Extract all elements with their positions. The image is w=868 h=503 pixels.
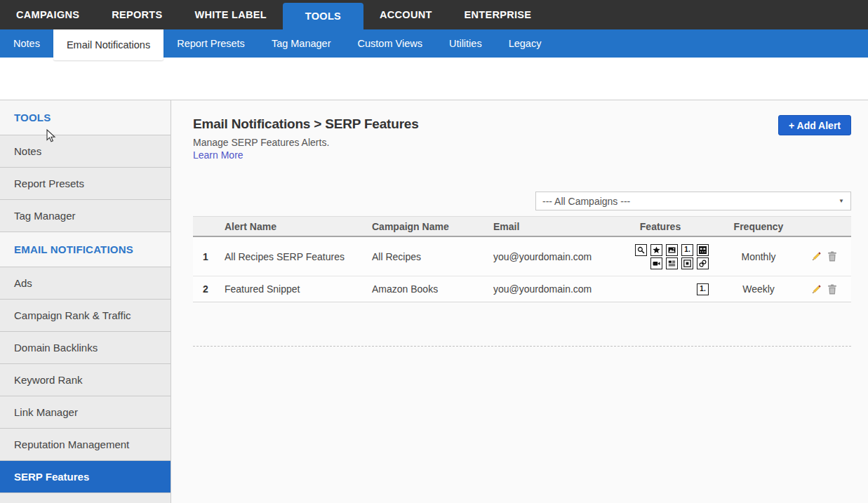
- row-number: 2: [193, 283, 218, 295]
- top-navbar: CAMPAIGNS REPORTS WHITE LABEL TOOLS ACCO…: [0, 0, 868, 29]
- alerts-table: Alert Name Campaign Name Email Features …: [193, 216, 851, 302]
- col-header-campaign-name: Campaign Name: [359, 221, 478, 232]
- row-number: 1: [193, 251, 218, 262]
- col-header-email: Email: [478, 221, 601, 232]
- featured-snippet-icon: [635, 244, 647, 256]
- sidebar-item-serp-features[interactable]: SERP Features: [0, 461, 171, 493]
- campaign-filter-value: --- All Campaigns ---: [542, 196, 630, 207]
- page-subtitle: Manage SERP Features Alerts.: [193, 137, 419, 148]
- table-row: 2 Featured Snippet Amazon Books you@your…: [193, 276, 851, 302]
- sidebar-item-report-presets[interactable]: Report Presets: [0, 168, 171, 200]
- sidebar-section-tools: TOOLS: [0, 100, 171, 135]
- campaign-filter-select[interactable]: --- All Campaigns --- ▼: [535, 192, 851, 210]
- alert-name-cell: Featured Snippet: [218, 283, 359, 295]
- frequency-cell: Weekly: [720, 283, 797, 295]
- col-header-frequency: Frequency: [720, 221, 797, 232]
- topnav-enterprise[interactable]: ENTERPRISE: [448, 0, 548, 29]
- features-cell: 1.: [601, 283, 720, 295]
- subnav-utilities[interactable]: Utilities: [436, 29, 495, 58]
- table-header-row: Alert Name Campaign Name Email Features …: [193, 217, 851, 237]
- sidebar: TOOLS Notes Report Presets Tag Manager E…: [0, 100, 171, 503]
- subnav-email-notifications[interactable]: Email Notifications: [53, 29, 163, 60]
- subnav-legacy[interactable]: Legacy: [495, 29, 555, 58]
- topnav-account[interactable]: ACCOUNT: [363, 0, 448, 29]
- topnav-reports[interactable]: REPORTS: [95, 0, 178, 29]
- subnav-report-presets[interactable]: Report Presets: [163, 29, 258, 58]
- carousel-icon: [697, 244, 709, 256]
- sidebar-item-reputation-management[interactable]: Reputation Management: [0, 429, 171, 461]
- edit-pencil-icon[interactable]: [810, 251, 822, 262]
- delete-trash-icon[interactable]: [827, 251, 838, 262]
- header-spacer: [0, 58, 868, 100]
- video-icon: [650, 257, 662, 269]
- dashed-separator: [193, 346, 851, 347]
- sidebar-section-email-notifications: EMAIL NOTIFICATIONS: [0, 232, 171, 267]
- actions-cell: [797, 283, 851, 295]
- sidebar-item-notes[interactable]: Notes: [0, 135, 171, 168]
- page-title: Email Notifications > SERP Features: [193, 116, 419, 132]
- topnav-white-label[interactable]: WHITE LABEL: [178, 0, 282, 29]
- subnav-custom-views[interactable]: Custom Views: [345, 29, 436, 58]
- content-area: TOOLS Notes Report Presets Tag Manager E…: [0, 100, 868, 503]
- reviews-star-icon: [650, 244, 662, 256]
- sidebar-item-tag-manager[interactable]: Tag Manager: [0, 200, 171, 232]
- image-pack-icon: [666, 244, 678, 256]
- actions-cell: [797, 251, 851, 262]
- news-icon: [666, 257, 678, 269]
- col-header-alert-name: Alert Name: [218, 221, 359, 232]
- email-cell: you@yourdomain.com: [478, 283, 601, 295]
- sub-navbar: Notes Email Notifications Report Presets…: [0, 29, 868, 58]
- local-pack-icon: 1.: [681, 244, 693, 256]
- topnav-tools[interactable]: TOOLS: [283, 3, 363, 29]
- sidebar-item-campaign-rank-traffic[interactable]: Campaign Rank & Traffic: [0, 300, 171, 332]
- learn-more-link[interactable]: Learn More: [193, 149, 243, 161]
- sidebar-item-domain-backlinks[interactable]: Domain Backlinks: [0, 332, 171, 364]
- amp-icon: [681, 257, 693, 269]
- topnav-campaigns[interactable]: CAMPAIGNS: [0, 0, 95, 29]
- alert-name-cell: All Recipes SERP Features: [218, 251, 359, 262]
- sidebar-item-link-manager[interactable]: Link Manager: [0, 396, 171, 429]
- add-alert-button[interactable]: + Add Alert: [778, 115, 851, 135]
- campaign-name-cell: All Recipes: [359, 251, 478, 262]
- main-panel: Email Notifications > SERP Features Mana…: [171, 100, 868, 503]
- edit-pencil-icon[interactable]: [810, 283, 822, 295]
- subnav-notes[interactable]: Notes: [0, 29, 53, 58]
- sitelinks-link-icon: [697, 257, 709, 269]
- campaign-name-cell: Amazon Books: [359, 283, 478, 295]
- sidebar-item-keyword-rank[interactable]: Keyword Rank: [0, 364, 171, 396]
- filter-row: --- All Campaigns --- ▼: [193, 192, 851, 210]
- page-header: Email Notifications > SERP Features Mana…: [193, 100, 851, 162]
- table-row: 1 All Recipes SERP Features All Recipes …: [193, 237, 851, 276]
- email-cell: you@yourdomain.com: [478, 251, 601, 262]
- local-pack-icon: 1.: [697, 283, 709, 295]
- chevron-down-icon: ▼: [839, 198, 844, 204]
- col-header-features: Features: [601, 221, 720, 232]
- frequency-cell: Monthly: [720, 251, 797, 262]
- delete-trash-icon[interactable]: [827, 283, 838, 295]
- features-cell: 1.: [601, 244, 720, 269]
- subnav-tag-manager[interactable]: Tag Manager: [258, 29, 345, 58]
- sidebar-item-ads[interactable]: Ads: [0, 267, 171, 300]
- sidebar-item-partial: [0, 493, 171, 503]
